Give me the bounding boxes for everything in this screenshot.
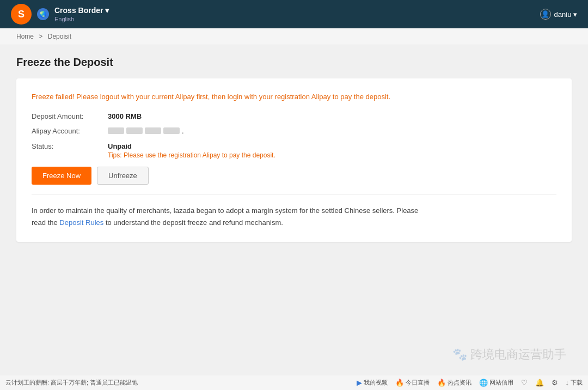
status-tip: Tips: Please use the registration Alipay… (108, 151, 275, 159)
deposit-amount-label: Deposit Amount: (32, 112, 108, 120)
info-text-1: In order to maintain the quality of merc… (32, 206, 418, 215)
alipay-account-value: . (108, 127, 184, 136)
deposit-amount-row: Deposit Amount: 3000 RMB (32, 112, 556, 120)
deposit-rules-link[interactable]: Deposit Rules (59, 218, 103, 227)
brand-info: Cross Border ▾ English (54, 5, 109, 23)
alert-message: Freeze failed! Please logout with your c… (32, 92, 556, 102)
header-left: S 🌏 Cross Border ▾ English (11, 4, 109, 25)
user-menu[interactable]: 👤 daniu ▾ (540, 9, 577, 20)
flag-badge: 🌏 (37, 8, 49, 20)
breadcrumb-current: Depoisit (48, 33, 71, 40)
blur-block-4 (163, 127, 180, 134)
user-name[interactable]: daniu ▾ (554, 10, 577, 19)
freeze-now-button[interactable]: Freeze Now (32, 167, 91, 185)
status-value: Unpaid (108, 142, 132, 150)
brand-name[interactable]: Cross Border ▾ (54, 5, 109, 15)
action-buttons: Freeze Now Unfreeze (32, 167, 556, 185)
alipay-account-row: Alipay Account: . (32, 127, 556, 136)
info-text-3: to understand the deposit freeze and ref… (106, 218, 283, 227)
blur-block-1 (108, 127, 124, 134)
deposit-amount-value: 3000 RMB (108, 112, 142, 120)
breadcrumb-separator: > (39, 33, 42, 40)
alipay-blurred: . (108, 127, 184, 135)
breadcrumb-home[interactable]: Home (16, 33, 34, 40)
deposit-card: Freeze failed! Please logout with your c… (16, 78, 572, 242)
breadcrumb: Home > Depoisit (0, 28, 588, 45)
alipay-suffix: . (182, 127, 184, 135)
brand-language: English (54, 15, 109, 23)
alipay-account-label: Alipay Account: (32, 127, 108, 135)
unfreeze-button[interactable]: Unfreeze (97, 167, 149, 185)
blur-block-2 (126, 127, 143, 134)
info-text-2: read the (32, 218, 58, 227)
status-row: Status: Unpaid Tips: Please use the regi… (32, 142, 556, 159)
page-content: Freeze the Deposit Freeze failed! Please… (0, 45, 588, 361)
header: S 🌏 Cross Border ▾ English 👤 daniu ▾ (0, 0, 588, 28)
page-title: Freeze the Deposit (16, 56, 572, 69)
blur-block-3 (145, 127, 161, 134)
status-label: Status: (32, 142, 108, 150)
user-avatar-icon: 👤 (540, 9, 551, 20)
info-paragraph: In order to maintain the quality of merc… (32, 205, 556, 229)
section-divider (32, 194, 556, 195)
logo-icon: S (11, 4, 32, 25)
